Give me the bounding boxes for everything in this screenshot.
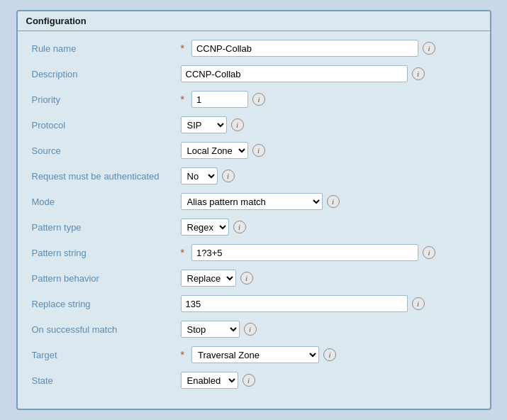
pattern-type-label: Pattern type — [32, 222, 181, 233]
replace-string-row: Replace string i — [32, 294, 476, 314]
pattern-string-input[interactable] — [191, 244, 418, 261]
pattern-string-label: Pattern string — [32, 248, 181, 258]
on-successful-match-select[interactable]: Stop Continue — [181, 321, 240, 338]
state-select[interactable]: Enabled Disabled — [181, 372, 238, 389]
protocol-label: Protocol — [32, 120, 181, 131]
state-label: State — [32, 375, 181, 386]
auth-controls: No Yes i — [181, 167, 235, 184]
replace-string-input[interactable] — [181, 295, 408, 312]
rule-name-info-icon[interactable]: i — [423, 42, 435, 55]
protocol-controls: SIP H.323 Any i — [181, 116, 244, 133]
description-controls: i — [181, 65, 425, 82]
mode-label: Mode — [32, 197, 181, 207]
state-controls: Enabled Disabled i — [181, 372, 255, 389]
pattern-string-required: * — [181, 247, 184, 258]
rule-name-row: Rule name * i — [32, 38, 476, 58]
mode-row: Mode Alias pattern match Any alias Regis… — [32, 192, 476, 211]
auth-info-icon[interactable]: i — [222, 170, 235, 182]
mode-select[interactable]: Alias pattern match Any alias Registrati… — [181, 193, 323, 210]
target-required: * — [181, 349, 184, 360]
description-input[interactable] — [181, 65, 408, 82]
pattern-behavior-row: Pattern behavior Replace Strip Leave i — [32, 268, 476, 288]
protocol-select[interactable]: SIP H.323 Any — [181, 116, 227, 133]
pattern-behavior-controls: Replace Strip Leave i — [181, 270, 253, 287]
pattern-behavior-label: Pattern behavior — [32, 273, 181, 284]
rule-name-required: * — [181, 43, 184, 54]
on-successful-match-controls: Stop Continue i — [181, 321, 257, 338]
priority-label: Priority — [32, 94, 181, 105]
state-row: State Enabled Disabled i — [32, 370, 476, 390]
form-body: Rule name * i Description i Priority * i — [18, 31, 490, 390]
on-successful-match-row: On successful match Stop Continue i — [32, 319, 476, 339]
pattern-string-row: Pattern string * i — [32, 243, 476, 262]
pattern-type-select[interactable]: Regex Prefix Suffix Exact — [181, 219, 229, 236]
source-controls: Local Zone Any External i — [181, 142, 265, 159]
auth-row: Request must be authenticated No Yes i — [32, 166, 476, 186]
pattern-behavior-select[interactable]: Replace Strip Leave — [181, 270, 236, 287]
mode-info-icon[interactable]: i — [327, 195, 340, 208]
pattern-string-info-icon[interactable]: i — [423, 246, 435, 259]
pattern-type-row: Pattern type Regex Prefix Suffix Exact i — [32, 217, 476, 237]
auth-label: Request must be authenticated — [32, 171, 181, 182]
pattern-behavior-info-icon[interactable]: i — [240, 272, 253, 284]
pattern-type-info-icon[interactable]: i — [233, 221, 246, 233]
description-row: Description i — [32, 64, 476, 84]
rule-name-label: Rule name — [32, 43, 181, 54]
pattern-string-controls: * i — [181, 244, 435, 261]
replace-string-info-icon[interactable]: i — [412, 297, 425, 310]
auth-select[interactable]: No Yes — [181, 167, 218, 184]
source-row: Source Local Zone Any External i — [32, 140, 476, 160]
description-info-icon[interactable]: i — [412, 67, 425, 80]
mode-controls: Alias pattern match Any alias Registrati… — [181, 193, 340, 210]
configuration-panel: Configuration Rule name * i Description … — [16, 10, 491, 410]
priority-controls: * i — [181, 91, 265, 108]
protocol-row: Protocol SIP H.323 Any i — [32, 115, 476, 135]
rule-name-controls: * i — [181, 40, 435, 57]
panel-title: Configuration — [18, 11, 490, 31]
protocol-info-icon[interactable]: i — [231, 118, 244, 131]
description-label: Description — [32, 69, 181, 79]
target-select[interactable]: Traversal Zone Local Zone DNS — [191, 346, 319, 363]
replace-string-controls: i — [181, 295, 425, 312]
target-info-icon[interactable]: i — [323, 348, 336, 361]
pattern-type-controls: Regex Prefix Suffix Exact i — [181, 219, 246, 236]
priority-row: Priority * i — [32, 89, 476, 109]
replace-string-label: Replace string — [32, 299, 181, 309]
priority-input[interactable] — [191, 91, 248, 108]
priority-info-icon[interactable]: i — [252, 93, 265, 106]
source-label: Source — [32, 145, 181, 156]
state-info-icon[interactable]: i — [243, 374, 255, 387]
source-select[interactable]: Local Zone Any External — [181, 142, 248, 159]
on-successful-match-label: On successful match — [32, 324, 181, 335]
rule-name-input[interactable] — [191, 40, 418, 57]
priority-required: * — [181, 94, 184, 105]
on-successful-match-info-icon[interactable]: i — [244, 323, 257, 336]
target-row: Target * Traversal Zone Local Zone DNS i — [32, 345, 476, 365]
source-info-icon[interactable]: i — [252, 144, 265, 157]
target-controls: * Traversal Zone Local Zone DNS i — [181, 346, 336, 363]
target-label: Target — [32, 350, 181, 360]
